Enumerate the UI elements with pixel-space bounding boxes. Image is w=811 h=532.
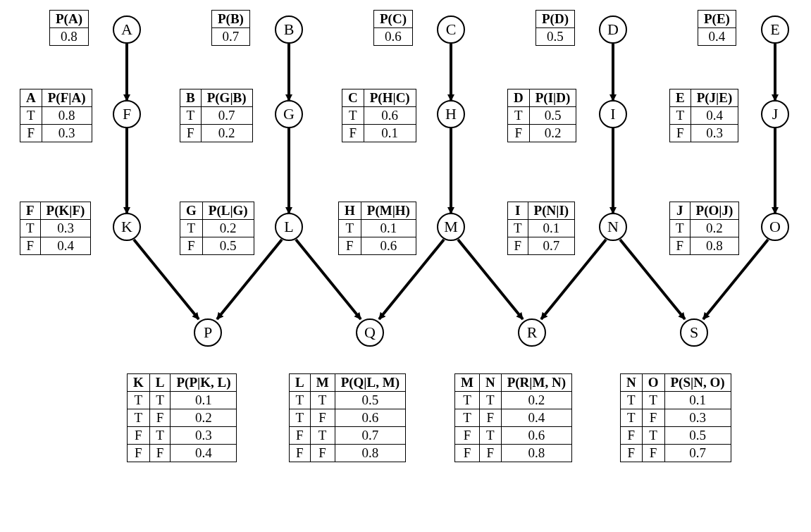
tf-t: T [642,427,664,445]
tf-t: T [479,427,501,445]
tf-t: T [128,392,150,409]
node-label: A [121,20,132,39]
cpt-parent: B [180,89,202,107]
node-label: L [284,218,293,236]
node-label: S [690,323,698,342]
tf-t: T [149,392,171,409]
node-label: J [772,105,779,123]
cpt-value: 0.4 [691,107,738,125]
cpt-value: 0.6 [361,237,416,255]
tf-t: T [20,220,41,237]
tf-f: F [149,409,171,427]
cpt-value: 0.1 [528,220,575,237]
node-g: G [275,100,303,128]
cpt-header: P(S|N, O) [664,374,731,392]
node-b: B [275,16,303,44]
cpt-parent1: M [455,374,480,392]
bayesian-network-diagram: A B C D E F G H I J K L M N O P Q R S P(… [0,0,811,532]
cpt-o: JP(O|J) T0.2 F0.8 [669,202,739,255]
node-label: N [607,218,619,236]
node-label: K [121,218,132,236]
cpt-parent: G [180,202,203,220]
tf-f: F [479,409,501,427]
tf-t: T [180,107,202,125]
node-k: K [113,213,141,241]
cpt-parent: F [20,202,41,220]
cpt-value: 0.3 [42,125,92,142]
tf-f: F [310,445,335,462]
tf-f: F [642,445,664,462]
cpt-value: 0.6 [501,427,571,445]
cpt-q: LMP(Q|L, M) TT0.5 TF0.6 FT0.7 FF0.8 [289,373,406,462]
cpt-g: BP(G|B) T0.7 F0.2 [180,89,253,142]
cpt-value: 0.8 [501,445,571,462]
cpt-header: P(Q|L, M) [335,374,405,392]
cpt-value: 0.4 [171,445,237,462]
cpt-parent2: M [310,374,335,392]
node-label: H [445,105,457,123]
cpt-header: P(I|D) [529,89,576,107]
node-o: O [761,213,789,241]
node-i: I [599,100,627,128]
cpt-value: 0.2 [529,125,576,142]
tf-f: F [20,237,41,255]
tf-f: F [670,237,691,255]
node-label: E [770,20,779,39]
tf-f: F [479,445,501,462]
tf-t: T [290,409,311,427]
cpt-c: P(C) 0.6 [373,10,413,46]
cpt-header: P(P|K, L) [171,374,237,392]
node-label: O [769,218,781,236]
tf-f: F [621,427,643,445]
tf-f: F [310,409,335,427]
tf-f: F [508,125,530,142]
tf-t: T [642,392,664,409]
cpt-value: 0.8 [690,237,739,255]
tf-f: F [670,125,691,142]
cpt-value: 0.2 [501,392,571,409]
tf-f: F [621,445,643,462]
cpt-value: 0.3 [171,427,237,445]
cpt-value: 0.1 [364,125,416,142]
tf-t: T [455,392,480,409]
tf-f: F [508,237,528,255]
cpt-a: P(A) 0.8 [49,10,89,46]
node-j: J [761,100,789,128]
cpt-value: 0.6 [374,28,413,46]
node-label: G [283,105,295,123]
cpt-value: 0.2 [171,409,237,427]
cpt-value: 0.7 [212,28,250,46]
tf-t: T [508,107,530,125]
cpt-value: 0.5 [664,427,731,445]
node-h: H [437,100,465,128]
cpt-header: P(K|F) [40,202,91,220]
tf-t: T [310,427,335,445]
cpt-parent: H [339,202,361,220]
node-n: N [599,213,627,241]
cpt-value: 0.4 [698,28,736,46]
tf-f: F [180,237,203,255]
node-m: M [437,213,465,241]
cpt-parent1: L [290,374,311,392]
cpt-header: P(C) [374,11,413,28]
cpt-header: P(N|I) [528,202,575,220]
node-c: C [437,16,465,44]
cpt-value: 0.1 [361,220,416,237]
cpt-j: EP(J|E) T0.4 F0.3 [669,89,738,142]
cpt-value: 0.8 [335,445,405,462]
tf-t: T [339,220,361,237]
cpt-i: DP(I|D) T0.5 F0.2 [507,89,576,142]
cpt-s: NOP(S|N, O) TT0.1 TF0.3 FT0.5 FF0.7 [620,373,731,462]
tf-f: F [180,125,202,142]
tf-t: T [621,409,643,427]
cpt-value: 0.4 [501,409,571,427]
tf-t: T [310,392,335,409]
node-label: F [123,105,131,123]
tf-f: F [20,125,42,142]
node-label: R [527,323,538,342]
cpt-header: P(G|B) [201,89,252,107]
cpt-value: 0.6 [335,409,405,427]
node-label: D [607,20,619,39]
cpt-k: FP(K|F) T0.3 F0.4 [20,202,91,255]
tf-f: F [455,427,480,445]
